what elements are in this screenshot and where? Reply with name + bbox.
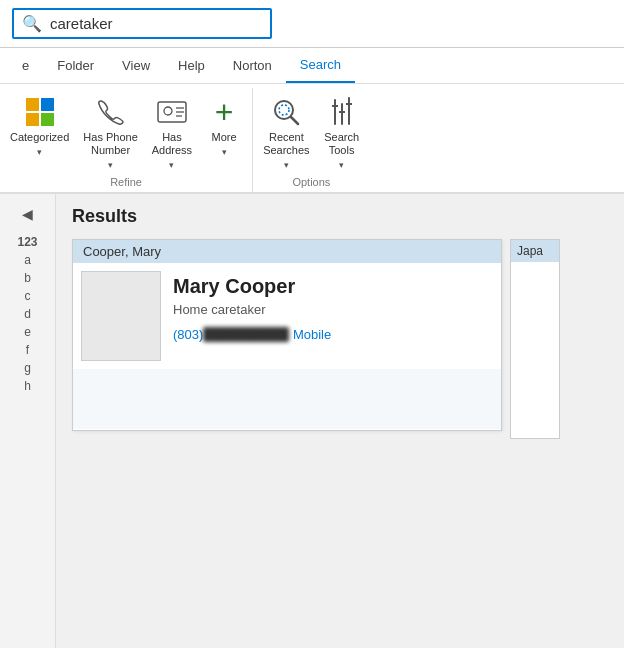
alpha-item-d[interactable]: d (0, 306, 55, 322)
ribbon-group-options: RecentSearches ▾ SearchTools ▾ (253, 88, 369, 192)
search-tools-label: SearchTools (324, 131, 359, 157)
categorized-chevron: ▾ (37, 147, 42, 157)
search-bar: 🔍 caretaker (0, 0, 624, 48)
categorized-button[interactable]: Categorized ▾ (4, 92, 75, 174)
search-tools-icon (326, 96, 358, 128)
contact-photo (81, 271, 161, 361)
alpha-item-e[interactable]: e (0, 324, 55, 340)
has-address-button[interactable]: HasAddress ▾ (146, 92, 198, 174)
recent-searches-label: RecentSearches (263, 131, 309, 157)
options-group-label: Options (253, 174, 369, 192)
more-button[interactable]: + More ▾ (200, 92, 248, 174)
results-area: Results Cooper, Mary Mary Cooper Home ca… (56, 194, 624, 648)
ribbon-nav: e Folder View Help Norton Search (0, 48, 624, 84)
recent-searches-icon (270, 96, 302, 128)
left-panel: ◀ 123 a b c d e f g h (0, 194, 56, 648)
has-phone-label: Has PhoneNumber (83, 131, 137, 157)
nav-item-folder[interactable]: Folder (43, 48, 108, 83)
collapse-button[interactable]: ◀ (18, 202, 37, 226)
search-input[interactable]: caretaker (50, 15, 262, 32)
alpha-item-c[interactable]: c (0, 288, 55, 304)
alpha-item-a[interactable]: a (0, 252, 55, 268)
svg-point-1 (164, 107, 172, 115)
search-tools-button[interactable]: SearchTools ▾ (318, 92, 366, 174)
has-phone-chevron: ▾ (108, 160, 113, 170)
more-chevron: ▾ (222, 147, 227, 157)
phone-prefix: (803) (173, 327, 203, 342)
nav-item-norton[interactable]: Norton (219, 48, 286, 83)
has-phone-button[interactable]: Has PhoneNumber ▾ (77, 92, 143, 174)
search-icon: 🔍 (22, 14, 42, 33)
contact-card-header: Cooper, Mary (73, 240, 501, 263)
has-address-label: HasAddress (152, 131, 192, 157)
phone-icon (95, 96, 127, 128)
contact-card-footer (73, 369, 501, 429)
contact-name: Mary Cooper (173, 275, 331, 298)
contact-details: Mary Cooper Home caretaker (803) XXXXXXX… (173, 271, 331, 361)
contact-phone: (803) XXXXXXX Mobile (173, 327, 331, 342)
partial-card-header: Japa (511, 240, 559, 262)
ribbon-group-refine: Categorized ▾ Has PhoneNumber ▾ (0, 88, 253, 192)
alpha-item-b[interactable]: b (0, 270, 55, 286)
nav-item-search[interactable]: Search (286, 48, 355, 83)
svg-point-6 (279, 105, 289, 115)
person-card-icon (156, 96, 188, 128)
alpha-item-h[interactable]: h (0, 378, 55, 394)
alpha-item-123[interactable]: 123 (0, 234, 55, 250)
categorized-icon (24, 96, 56, 128)
nav-item-view[interactable]: View (108, 48, 164, 83)
more-label: More (212, 131, 237, 144)
search-input-container[interactable]: 🔍 caretaker (12, 8, 272, 39)
contact-job-title: Home caretaker (173, 302, 331, 317)
phone-blurred: XXXXXXX (203, 327, 289, 342)
recent-searches-button[interactable]: RecentSearches ▾ (257, 92, 315, 174)
categorized-label: Categorized (10, 131, 69, 144)
contact-card-body: Mary Cooper Home caretaker (803) XXXXXXX… (73, 263, 501, 369)
more-plus-icon: + (208, 96, 240, 128)
results-title: Results (72, 206, 608, 227)
alpha-index: 123 a b c d e f g h (0, 234, 55, 394)
refine-group-label: Refine (0, 174, 252, 192)
contact-card[interactable]: Cooper, Mary Mary Cooper Home caretaker … (72, 239, 502, 431)
recent-searches-chevron: ▾ (284, 160, 289, 170)
phone-type: Mobile (293, 327, 331, 342)
alpha-item-g[interactable]: g (0, 360, 55, 376)
alpha-item-f[interactable]: f (0, 342, 55, 358)
partial-contact-card[interactable]: Japa (510, 239, 560, 439)
svg-line-7 (291, 117, 298, 124)
has-address-chevron: ▾ (169, 160, 174, 170)
content-area: ◀ 123 a b c d e f g h Results Cooper, Ma… (0, 194, 624, 648)
ribbon-toolbar: Categorized ▾ Has PhoneNumber ▾ (0, 84, 624, 194)
search-tools-chevron: ▾ (339, 160, 344, 170)
nav-item-e[interactable]: e (8, 48, 43, 83)
nav-item-help[interactable]: Help (164, 48, 219, 83)
